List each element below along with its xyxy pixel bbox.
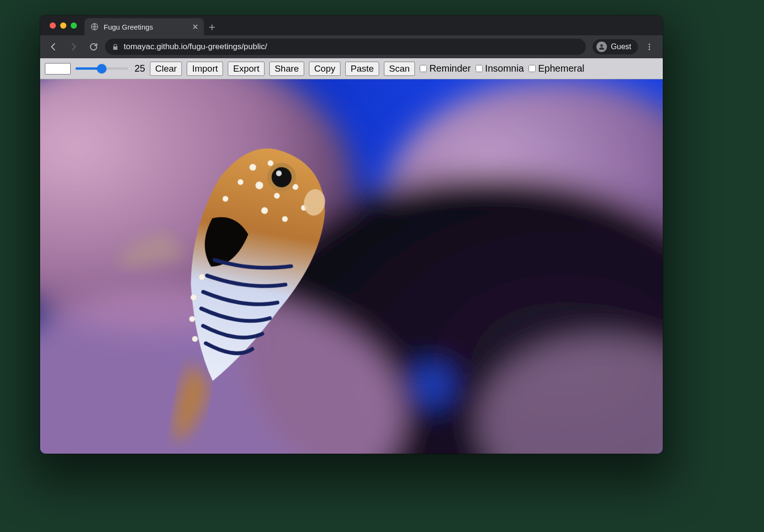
- maximize-window-button[interactable]: [71, 22, 77, 29]
- svg-point-1: [601, 44, 603, 47]
- svg-point-11: [412, 365, 452, 405]
- new-tab-button[interactable]: [204, 19, 220, 35]
- app-toolbar: 25 Clear Import Export Share Copy Paste …: [40, 58, 663, 79]
- url-text: tomayac.github.io/fugu-greetings/public/: [124, 42, 267, 52]
- profile-chip[interactable]: Guest: [593, 39, 638, 54]
- paste-button[interactable]: Paste: [345, 62, 379, 76]
- address-bar[interactable]: tomayac.github.io/fugu-greetings/public/: [105, 39, 586, 55]
- svg-point-3: [649, 46, 650, 48]
- clear-button[interactable]: Clear: [150, 62, 182, 76]
- svg-point-2: [649, 43, 650, 45]
- lock-icon: [112, 43, 119, 51]
- ephemeral-checkbox-input[interactable]: [529, 65, 536, 72]
- reload-button[interactable]: [85, 38, 102, 55]
- svg-point-4: [649, 49, 650, 50]
- globe-icon: [90, 22, 99, 31]
- tab-strip: Fugu Greetings: [40, 15, 663, 35]
- brush-size-value: 25: [133, 63, 145, 74]
- brush-size-slider[interactable]: [75, 67, 128, 70]
- window-controls: [46, 15, 82, 35]
- insomnia-label: Insomnia: [485, 63, 524, 74]
- reminder-checkbox-input[interactable]: [420, 65, 427, 72]
- reminder-label: Reminder: [429, 63, 471, 74]
- close-window-button[interactable]: [50, 22, 56, 29]
- ephemeral-checkbox[interactable]: Ephemeral: [529, 63, 584, 74]
- browser-tab[interactable]: Fugu Greetings: [85, 18, 204, 35]
- forward-button[interactable]: [65, 38, 82, 55]
- import-button[interactable]: Import: [187, 62, 223, 76]
- share-button[interactable]: Share: [269, 62, 304, 76]
- copy-button[interactable]: Copy: [309, 62, 340, 76]
- minimize-window-button[interactable]: [60, 22, 66, 29]
- avatar-icon: [596, 42, 607, 52]
- insomnia-checkbox-input[interactable]: [476, 65, 483, 72]
- color-picker[interactable]: [45, 63, 71, 74]
- tab-title: Fugu Greetings: [104, 23, 187, 31]
- browser-menu-button[interactable]: [641, 38, 658, 55]
- ephemeral-label: Ephemeral: [538, 63, 584, 74]
- address-bar-row: tomayac.github.io/fugu-greetings/public/…: [40, 35, 663, 58]
- browser-window: Fugu Greetings tomayac.github.io/fugu-gr…: [40, 15, 663, 454]
- drawing-canvas[interactable]: [40, 79, 663, 454]
- scan-button[interactable]: Scan: [384, 62, 415, 76]
- profile-label: Guest: [611, 43, 631, 51]
- reminder-checkbox[interactable]: Reminder: [420, 63, 471, 74]
- back-button[interactable]: [45, 38, 62, 55]
- insomnia-checkbox[interactable]: Insomnia: [476, 63, 524, 74]
- export-button[interactable]: Export: [228, 62, 265, 76]
- close-tab-button[interactable]: [191, 23, 199, 31]
